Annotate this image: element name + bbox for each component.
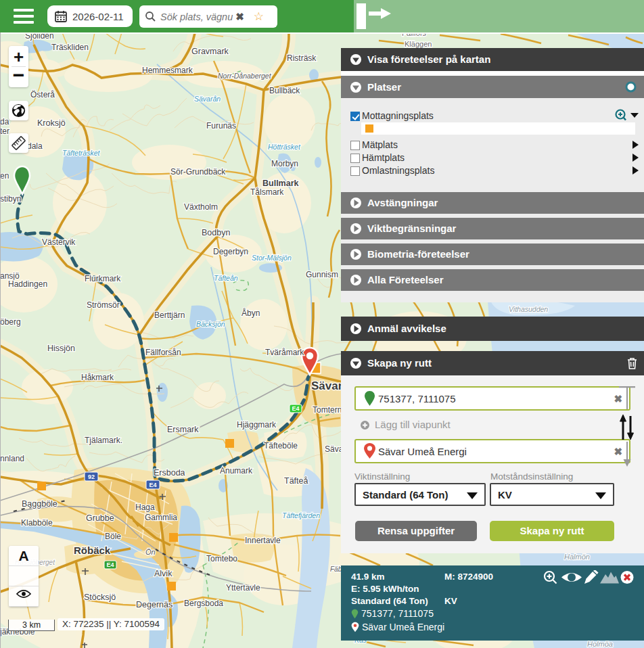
svg-text:E4: E4 [149, 482, 156, 488]
svg-text:Ersmark: Ersmark [167, 425, 199, 434]
svg-text:Kläggen: Kläggen [405, 40, 432, 48]
svg-text:Sör-Grundbäck: Sör-Grundbäck [170, 167, 226, 177]
svg-text:Morbyn: Morbyn [271, 159, 298, 168]
svg-text:Haga: Haga [135, 503, 155, 512]
svg-text:Degerbyn: Degerbyn [213, 247, 248, 256]
svg-text:Stöcksjö: Stöcksjö [84, 593, 116, 602]
svg-text:Sävarån: Sävarån [194, 95, 221, 103]
svg-text:92: 92 [88, 473, 95, 480]
svg-text:Träskliden: Träskliden [51, 43, 89, 52]
svg-text:Norr-Dånaberget: Norr-Dånaberget [218, 72, 272, 80]
svg-text:Vithasudden: Vithasudden [509, 305, 548, 313]
svg-text:Yttertavle: Yttertavle [226, 583, 260, 593]
svg-text:Ön: Ön [145, 548, 156, 556]
svg-text:Gunnism: Gunnism [306, 270, 338, 279]
svg-text:Österå: Österå [30, 90, 55, 99]
svg-text:Bullmark: Bullmark [262, 179, 299, 188]
svg-text:Stor-Mälsjön: Stor-Mälsjön [252, 254, 292, 262]
svg-text:Tomtern: Tomtern [313, 405, 342, 415]
svg-text:Degernäs: Degernäs [136, 600, 172, 609]
svg-text:E4: E4 [292, 405, 299, 412]
svg-text:Tomtebo: Tomtebo [206, 554, 237, 563]
svg-text:da: da [0, 117, 9, 126]
svg-text:nnland: nnland [0, 454, 24, 463]
svg-text:Alvik: Alvik [154, 569, 172, 578]
svg-text:öberg: öberg [0, 317, 21, 327]
svg-text:Ersboda: Ersboda [154, 468, 185, 478]
svg-text:Grubbe: Grubbe [86, 513, 114, 523]
svg-text:ter: ter [0, 126, 9, 136]
svg-text:Furunäs: Furunäs [206, 121, 236, 131]
svg-text:Bergsboda: Bergsboda [184, 599, 223, 608]
svg-text:en: en [0, 171, 9, 181]
svg-text:Klabböle: Klabböle [21, 518, 53, 528]
svg-text:Bäcksjön: Bäcksjön [196, 320, 225, 328]
svg-text:Bullbäck: Bullbäck [269, 86, 300, 95]
svg-text:Täfteböle: Täfteböle [264, 441, 298, 450]
svg-text:Fällforsån: Fällforsån [145, 348, 181, 357]
svg-text:Röbäck: Röbäck [74, 545, 111, 556]
svg-text:Flurkmark: Flurkmark [85, 274, 121, 283]
svg-text:Hjäggmark: Hjäggmark [237, 420, 277, 430]
svg-text:Hemmesmark: Hemmesmark [142, 66, 193, 75]
svg-text:Berttjärn: Berttjärn [154, 310, 185, 320]
svg-text:Anumark: Anumark [220, 466, 253, 476]
svg-text:Tjälamark.: Tjälamark. [85, 436, 122, 445]
svg-text:Innertavle: Innertavle [245, 536, 281, 545]
svg-text:Holmöa: Holmöa [587, 640, 613, 648]
svg-text:Täftefjärden: Täftefjärden [282, 511, 320, 519]
svg-text:stibyn: stibyn [0, 194, 21, 204]
svg-text:Tålsmark: Tålsmark [250, 187, 284, 197]
svg-text:Västervik: Västervik [42, 237, 76, 247]
svg-text:dala: dala [27, 141, 43, 151]
svg-text:Sävar: Sävar [311, 379, 343, 392]
svg-text:Gammlia: Gammlia [145, 513, 177, 522]
svg-text:Täfteån: Täfteån [214, 274, 238, 282]
svg-text:Baggböle: Baggböle [22, 499, 58, 509]
svg-text:Hötträsket: Hötträsket [268, 143, 301, 151]
svg-text:Hissjön: Hissjön [47, 344, 75, 353]
svg-text:Bodbyn: Bodbyn [202, 228, 230, 237]
svg-text:Åbyn: Åbyn [242, 308, 260, 318]
svg-text:Täfteträsket: Täfteträsket [62, 149, 101, 157]
svg-text:Kroksjö: Kroksjö [37, 118, 66, 128]
svg-text:Halmön: Halmön [564, 553, 590, 561]
svg-text:Tväråmark: Tväråmark [265, 348, 304, 357]
svg-text:E4: E4 [106, 561, 114, 568]
svg-text:Täfteå: Täfteå [284, 476, 308, 486]
svg-text:Böle: Böle [105, 532, 121, 541]
svg-text:Växtholm: Växtholm [184, 202, 218, 212]
svg-text:Gravmark: Gravmark [191, 47, 229, 56]
svg-text:Haddingen: Haddingen [8, 279, 47, 289]
svg-text:Strömsör: Strömsör [87, 300, 120, 310]
svg-text:Risträsk: Risträsk [287, 53, 317, 63]
svg-text:Håkmark: Håkmark [81, 373, 114, 382]
